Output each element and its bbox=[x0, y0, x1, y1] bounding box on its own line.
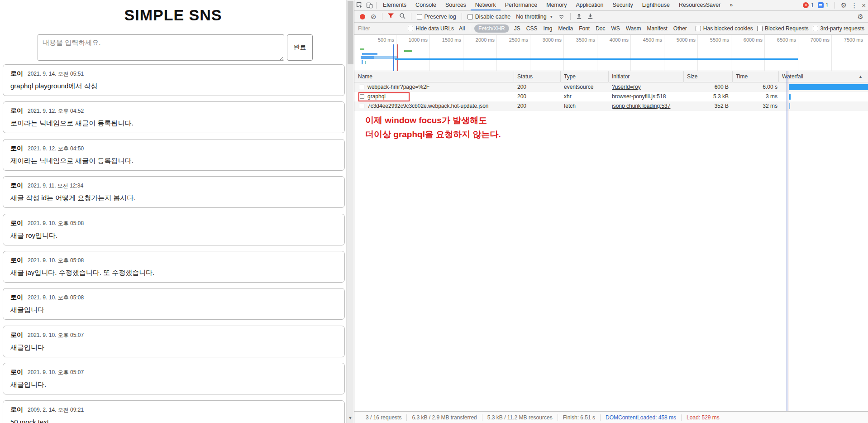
filter-type-manifest[interactable]: Manifest bbox=[646, 25, 668, 32]
request-initiator-link[interactable]: browser-ponyfill.js:518 bbox=[612, 92, 666, 101]
timeline-tick: 5500 ms bbox=[704, 37, 729, 43]
filter-type-wasm[interactable]: Wasm bbox=[625, 25, 642, 32]
network-conditions-icon[interactable] bbox=[558, 13, 565, 21]
overview-bar-blue bbox=[361, 56, 374, 59]
scrollbar-thumb[interactable] bbox=[348, 1, 353, 64]
submit-post-button[interactable]: 완료 bbox=[287, 34, 313, 61]
network-toolbar: ⊘ Preserve log Disable cache No throttli… bbox=[354, 11, 868, 23]
post-timestamp: 2021. 9. 14. 오전 05:51 bbox=[28, 70, 84, 78]
post-card: 로이 2021. 9. 12. 오후 04:52 로이라는 닉네임으로 새글이 … bbox=[3, 101, 345, 133]
settings-gear-icon[interactable]: ⚙ bbox=[841, 0, 847, 10]
more-tabs-icon[interactable]: » bbox=[725, 0, 737, 10]
blocked-requests-checkbox[interactable] bbox=[757, 26, 763, 31]
waterfall-bar[interactable] bbox=[789, 103, 790, 109]
hide-data-urls-checkbox[interactable] bbox=[408, 26, 413, 31]
divider bbox=[835, 2, 835, 9]
post-content: 새글 작성 id는 어떻게 요청가는지 봅시다. bbox=[10, 194, 337, 202]
timeline-gridline bbox=[463, 35, 463, 71]
timeline-tick: 500 ms bbox=[369, 37, 394, 43]
import-har-icon[interactable] bbox=[576, 13, 582, 20]
timeline-gridline bbox=[530, 35, 530, 71]
filter-type-other[interactable]: Other bbox=[672, 25, 688, 32]
inspect-element-icon[interactable] bbox=[354, 0, 364, 10]
filter-type-all[interactable]: All bbox=[458, 25, 466, 32]
post-content: 제이라는 닉네임으로 새글이 등록됩니다. bbox=[10, 157, 337, 165]
request-row[interactable]: graphql 200 xhr browser-ponyfill.js:518 … bbox=[354, 92, 868, 101]
has-blocked-cookies-checkbox[interactable] bbox=[696, 26, 701, 31]
timeline-gridline bbox=[429, 35, 430, 71]
app-scrollbar[interactable]: ▼ bbox=[346, 0, 354, 423]
post-card: 로이 2021. 9. 10. 오후 05:08 새글 roy입니다. bbox=[3, 214, 345, 245]
waterfall-bar[interactable] bbox=[789, 94, 791, 100]
error-badge-icon[interactable]: × bbox=[803, 2, 809, 8]
waterfall-bar[interactable] bbox=[789, 84, 868, 90]
export-har-icon[interactable] bbox=[587, 13, 593, 20]
preserve-log-label: Preserve log bbox=[424, 14, 456, 20]
request-name[interactable]: webpack-hmr?page=%2F bbox=[367, 82, 429, 92]
scrollbar-down-icon[interactable]: ▼ bbox=[347, 416, 354, 420]
device-toolbar-icon[interactable] bbox=[364, 0, 374, 10]
column-header-waterfall[interactable]: Waterfall bbox=[782, 71, 803, 82]
message-badge-icon[interactable] bbox=[818, 2, 824, 8]
sort-asc-icon[interactable]: ▲ bbox=[858, 71, 863, 82]
divider bbox=[570, 13, 571, 20]
timeline-tick: 7500 ms bbox=[838, 37, 863, 43]
filter-type-js[interactable]: JS bbox=[513, 25, 521, 32]
tab-console[interactable]: Console bbox=[411, 0, 441, 10]
column-header-type[interactable]: Type bbox=[564, 71, 576, 82]
request-checkbox[interactable] bbox=[360, 104, 364, 108]
preserve-log-checkbox[interactable] bbox=[417, 14, 422, 19]
post-timestamp: 2021. 9. 11. 오전 12:34 bbox=[28, 182, 83, 190]
post-content-input[interactable] bbox=[38, 34, 284, 61]
tab-sources[interactable]: Sources bbox=[441, 0, 471, 10]
timeline-tick: 1000 ms bbox=[402, 37, 428, 43]
column-header-size[interactable]: Size bbox=[687, 71, 697, 82]
filter-type-doc[interactable]: Doc bbox=[595, 25, 606, 32]
post-content: 새글입니다 bbox=[10, 306, 337, 314]
third-party-requests-checkbox[interactable] bbox=[813, 26, 818, 31]
network-settings-gear-icon[interactable]: ⚙ bbox=[858, 11, 863, 22]
tab-application[interactable]: Application bbox=[571, 0, 608, 10]
filter-type-font[interactable]: Font bbox=[578, 25, 591, 32]
tab-security[interactable]: Security bbox=[608, 0, 638, 10]
filter-type-ws[interactable]: WS bbox=[610, 25, 621, 32]
post-timestamp: 2021. 9. 10. 오후 05:08 bbox=[28, 220, 84, 227]
filter-type-css[interactable]: CSS bbox=[525, 25, 539, 32]
disable-cache-checkbox[interactable] bbox=[467, 14, 473, 19]
filter-type-fetch-xhr[interactable]: Fetch/XHR bbox=[474, 24, 509, 33]
search-icon[interactable] bbox=[399, 13, 405, 20]
tab-network[interactable]: Network bbox=[471, 0, 501, 10]
filter-funnel-icon[interactable] bbox=[388, 13, 394, 20]
post-timestamp: 2021. 9. 10. 오후 05:08 bbox=[28, 294, 84, 302]
tab-elements[interactable]: Elements bbox=[378, 0, 411, 10]
column-header-name[interactable]: Name bbox=[358, 71, 372, 82]
tab-resourcessaver[interactable]: ResourcesSaver bbox=[674, 0, 725, 10]
post-content: 새글입니다. bbox=[10, 380, 337, 389]
filter-type-img[interactable]: Img bbox=[542, 25, 553, 32]
request-initiator-link[interactable]: ?userId=roy bbox=[612, 82, 641, 92]
filter-input[interactable]: Filter bbox=[358, 25, 404, 32]
disable-cache-label: Disable cache bbox=[475, 14, 511, 20]
column-header-initiator[interactable]: Initiator bbox=[612, 71, 630, 82]
summary-load: Load: 529 ms bbox=[682, 414, 725, 421]
timeline-gridline bbox=[798, 35, 798, 71]
tab-lighthouse[interactable]: Lighthouse bbox=[638, 0, 674, 10]
dcl-marker-line bbox=[393, 44, 394, 71]
filter-type-media[interactable]: Media bbox=[557, 25, 574, 32]
network-summary-bar: 3 / 16 requests 6.3 kB / 2.9 MB transfer… bbox=[354, 411, 868, 423]
post-header: 로이 2021. 9. 14. 오전 05:51 bbox=[10, 70, 337, 78]
tab-performance[interactable]: Performance bbox=[501, 0, 542, 10]
request-row[interactable]: 7c3d4ee2992c9c3cb02e.webpack.hot-update.… bbox=[354, 101, 868, 111]
column-header-status[interactable]: Status bbox=[517, 71, 533, 82]
record-icon[interactable] bbox=[360, 14, 365, 19]
close-icon[interactable]: × bbox=[862, 0, 866, 10]
request-checkbox[interactable] bbox=[360, 85, 364, 89]
more-menu-icon[interactable]: ⋮ bbox=[851, 0, 858, 10]
overview-tick-teal bbox=[365, 61, 366, 64]
throttling-select[interactable]: No throttling ▾ bbox=[516, 14, 552, 20]
column-header-time[interactable]: Time bbox=[736, 71, 748, 82]
tab-memory[interactable]: Memory bbox=[542, 0, 571, 10]
request-name[interactable]: 7c3d4ee2992c9c3cb02e.webpack.hot-update.… bbox=[367, 101, 489, 111]
clear-icon[interactable]: ⊘ bbox=[371, 13, 377, 21]
request-initiator-link[interactable]: jsonp chunk loading:537 bbox=[612, 101, 670, 111]
